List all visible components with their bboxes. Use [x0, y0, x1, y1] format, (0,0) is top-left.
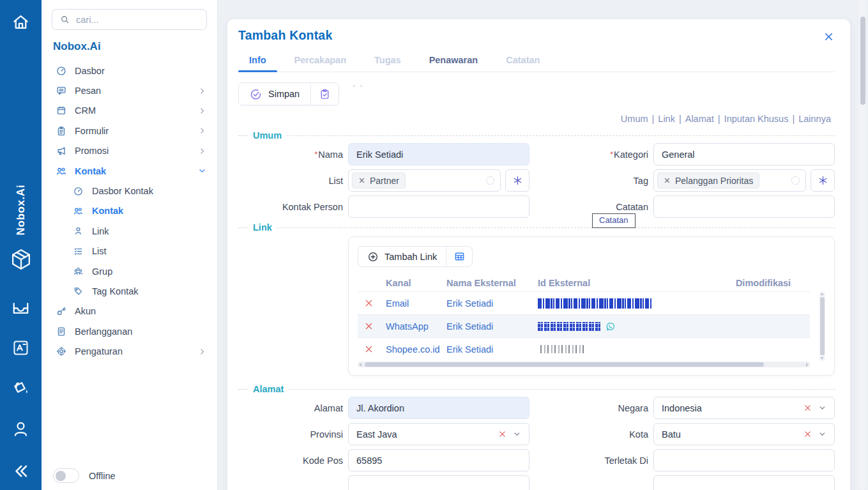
kanal-link[interactable]: Email — [386, 298, 446, 309]
inbox-icon[interactable] — [0, 298, 42, 319]
sidebar-nav: Dasbor Pesan CRM Formulir Promosi Kontak — [42, 58, 217, 362]
sidebar-item-kontak[interactable]: Kontak — [48, 161, 211, 181]
search-input[interactable] — [76, 15, 199, 25]
calendar-icon — [55, 105, 67, 117]
list-default-star-button[interactable] — [505, 169, 529, 192]
sidebar-item-crm[interactable]: CRM — [48, 101, 211, 121]
kontak-person-field[interactable] — [348, 195, 529, 218]
kode-pos-field[interactable]: 65895 — [348, 449, 529, 471]
package-box-icon[interactable] — [0, 245, 42, 273]
save-button[interactable]: Simpan — [239, 83, 311, 105]
table-view-button[interactable] — [446, 247, 472, 266]
scrollbar-thumb[interactable] — [860, 17, 865, 105]
sidebar-item-kontak-sub[interactable]: Kontak — [48, 201, 211, 221]
tab-catatan[interactable]: Catatan — [495, 55, 551, 72]
field-label-negara: Negara — [535, 403, 648, 413]
search-icon — [59, 14, 70, 25]
nama-eksternal-link[interactable]: Erik Setiadi — [446, 321, 538, 332]
kategori-field[interactable]: General — [653, 143, 835, 165]
alamat-field[interactable]: Jl. Akordion — [348, 397, 529, 419]
chevron-down-icon[interactable] — [818, 430, 826, 438]
sidebar-item-label: Berlangganan — [75, 326, 132, 337]
loading-spinner-icon — [486, 176, 494, 185]
nama-eksternal-link[interactable]: Erik Setiadi — [446, 298, 538, 309]
tag-field[interactable]: Pelanggan Prioritas — [653, 169, 806, 192]
field-label-kota: Kota — [535, 429, 648, 440]
sidebar-item-label: Link — [92, 226, 109, 236]
scrollbar-thumb[interactable] — [820, 297, 825, 355]
tab-info[interactable]: Info — [238, 55, 277, 72]
offline-toggle[interactable] — [53, 468, 79, 483]
kota-select[interactable]: Batu — [653, 423, 835, 445]
chip-remove-icon[interactable] — [664, 177, 671, 184]
terletak-di-field[interactable] — [653, 449, 835, 471]
sidebar-item-pengaturan[interactable]: Pengaturan — [48, 341, 211, 361]
catatan-field[interactable] — [653, 195, 835, 218]
nama-field[interactable]: Erik Setiadi — [348, 143, 529, 165]
user-icon[interactable] — [0, 418, 42, 440]
kanal-link[interactable]: Shopee.co.id — [386, 344, 446, 355]
section-title: Umum — [253, 130, 282, 141]
chip-remove-icon[interactable] — [358, 177, 365, 184]
chevron-down-icon[interactable] — [818, 404, 826, 412]
clipboard-check-button[interactable] — [311, 83, 339, 105]
sidebar-item-akun[interactable]: Akun — [48, 302, 211, 321]
drag-dots — [353, 85, 362, 87]
gear-icon — [55, 346, 67, 358]
quicklink-link[interactable]: Link — [654, 114, 679, 124]
sidebar-item-dasbor[interactable]: Dasbor — [48, 61, 211, 80]
sidebar-search[interactable] — [52, 9, 207, 30]
list-tag-field[interactable]: Partner — [348, 169, 501, 192]
tag-icon — [72, 285, 84, 297]
sidebar-item-dasbor-kontak[interactable]: Dasbor Kontak — [48, 181, 211, 201]
delete-row-icon[interactable] — [358, 344, 386, 354]
quicklink-inputan-khusus[interactable]: Inputan Khusus — [720, 114, 793, 124]
chevron-down-icon[interactable] — [513, 430, 521, 438]
extra-field[interactable] — [653, 475, 835, 490]
modal-tabs: Info Percakapan Tugas Penawaran Catatan — [238, 55, 835, 72]
quicklink-alamat[interactable]: Alamat — [681, 114, 718, 124]
column-header-id-eksternal: Id Eksternal — [538, 278, 717, 288]
clear-selection-icon[interactable] — [498, 430, 506, 438]
sidebar-item-grup[interactable]: Grup — [48, 261, 211, 281]
provinsi-select[interactable]: East Java — [348, 423, 529, 445]
sidebar-item-tag-kontak[interactable]: Tag Kontak — [48, 281, 211, 301]
nama-eksternal-link[interactable]: Erik Setiadi — [446, 344, 538, 355]
paint-bucket-icon[interactable] — [0, 378, 42, 399]
home-icon[interactable] — [0, 12, 42, 32]
sidebar-item-promosi[interactable]: Promosi — [48, 141, 211, 161]
sidebar-item-list[interactable]: List — [48, 241, 211, 261]
translate-icon[interactable] — [0, 338, 42, 358]
offline-label: Offline — [89, 471, 116, 481]
section-title: Alamat — [253, 384, 284, 394]
kanal-link[interactable]: WhatsApp — [386, 321, 446, 332]
clear-selection-icon[interactable] — [803, 404, 812, 412]
sidebar-item-berlangganan[interactable]: Berlangganan — [48, 321, 211, 341]
tab-penawaran[interactable]: Penawaran — [418, 55, 489, 72]
table-horizontal-scrollbar[interactable] — [358, 362, 810, 367]
scrollbar-thumb[interactable] — [365, 362, 764, 367]
tab-tugas[interactable]: Tugas — [363, 55, 412, 72]
toggle-knob — [56, 471, 66, 481]
group-icon — [72, 265, 84, 277]
negara-select[interactable]: Indonesia — [653, 397, 835, 419]
quicklink-umum[interactable]: Umum — [617, 114, 652, 124]
sidebar-item-pesan[interactable]: Pesan — [48, 80, 211, 100]
page-scrollbar[interactable] — [859, 0, 866, 490]
table-vertical-scrollbar[interactable] — [819, 291, 825, 361]
tambah-link-button[interactable]: Tambah Link — [358, 247, 446, 266]
extra-field[interactable] — [348, 475, 529, 490]
table-row: WhatsApp Erik Setiadi — [358, 314, 810, 337]
delete-row-icon[interactable] — [358, 321, 386, 331]
required-mark: * — [610, 149, 613, 159]
sidebar-item-formulir[interactable]: Formulir — [48, 121, 211, 141]
close-icon[interactable] — [823, 31, 835, 43]
quicklink-lainnya[interactable]: Lainnya — [795, 114, 835, 124]
tag-default-star-button[interactable] — [811, 169, 835, 192]
delete-row-icon[interactable] — [358, 298, 386, 308]
sidebar-item-label: Promosi — [75, 146, 109, 156]
tab-percakapan[interactable]: Percakapan — [284, 55, 357, 72]
clear-selection-icon[interactable] — [803, 430, 812, 438]
sidebar-item-link[interactable]: Link — [48, 221, 211, 241]
collapse-sidebar-icon[interactable] — [0, 461, 42, 481]
